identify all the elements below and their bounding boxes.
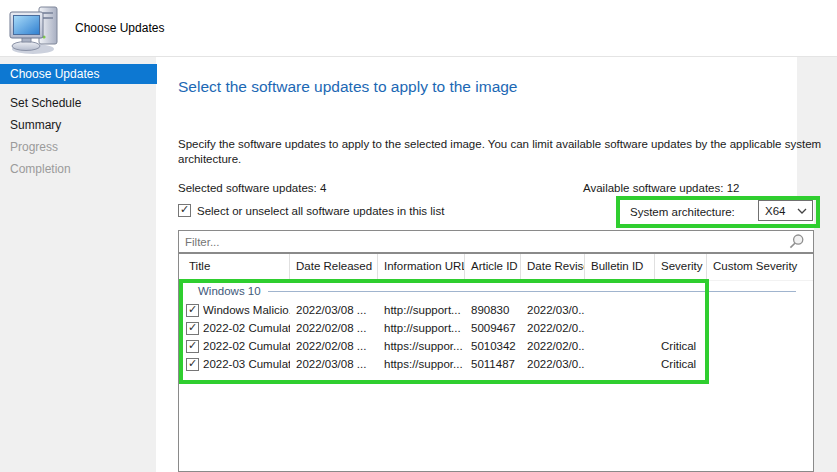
date-revised-cell: 2022/03/0... bbox=[521, 304, 585, 316]
table-row[interactable]: ✓ Windows Malicio... 2022/03/08 ... http… bbox=[179, 301, 813, 319]
date-released-cell: 2022/03/08 ... bbox=[290, 358, 378, 370]
checkmark-icon: ✓ bbox=[188, 322, 197, 334]
system-architecture-label: System architecture: bbox=[630, 206, 735, 218]
checkmark-icon: ✓ bbox=[188, 340, 197, 352]
computer-icon bbox=[8, 5, 62, 55]
background-gutter bbox=[814, 197, 837, 472]
information-url-cell: http://support... bbox=[378, 322, 465, 334]
sidebar-item-summary[interactable]: Summary bbox=[0, 115, 157, 135]
select-all-checkbox[interactable]: ✓ bbox=[178, 204, 191, 217]
severity-cell: Critical bbox=[655, 340, 707, 352]
sidebar-item-completion: Completion bbox=[0, 159, 157, 179]
system-architecture-value: X64 bbox=[765, 205, 785, 217]
wizard-title: Choose Updates bbox=[75, 21, 164, 35]
article-id-cell: 5009467 bbox=[465, 322, 521, 334]
sidebar-item-set-schedule[interactable]: Set Schedule bbox=[0, 93, 157, 113]
sidebar-item-choose-updates[interactable]: Choose Updates bbox=[0, 64, 157, 84]
column-header-custom-severity[interactable]: Custom Severity bbox=[707, 254, 813, 280]
date-released-cell: 2022/02/08 ... bbox=[290, 322, 378, 334]
date-revised-cell: 2022/02/0... bbox=[521, 340, 585, 352]
background-gutter bbox=[797, 57, 837, 197]
chevron-down-icon bbox=[797, 208, 807, 214]
sidebar-item-progress: Progress bbox=[0, 137, 157, 157]
group-header-windows-10[interactable]: Windows 10 bbox=[179, 281, 813, 301]
updates-table: Title Date Released Information URL Arti… bbox=[178, 253, 814, 472]
column-header-information-url[interactable]: Information URL bbox=[378, 254, 465, 280]
table-row[interactable]: ✓ 2022-03 Cumulat... 2022/03/08 ... http… bbox=[179, 355, 813, 373]
system-architecture-select[interactable]: X64 bbox=[758, 200, 813, 221]
select-all-row: ✓ Select or unselect all software update… bbox=[178, 204, 444, 217]
date-released-cell: 2022/03/08 ... bbox=[290, 304, 378, 316]
filter-input[interactable] bbox=[179, 236, 788, 248]
information-url-cell: https://suppor... bbox=[378, 340, 465, 352]
selected-updates-count: Selected software updates: 4 bbox=[178, 182, 326, 194]
article-id-cell: 5010342 bbox=[465, 340, 521, 352]
group-label: Windows 10 bbox=[198, 285, 261, 297]
column-header-severity[interactable]: Severity bbox=[655, 254, 707, 280]
table-header: Title Date Released Information URL Arti… bbox=[179, 254, 813, 281]
date-revised-cell: 2022/02/0... bbox=[521, 322, 585, 334]
update-title: Windows Malicio... bbox=[203, 304, 290, 316]
page-title: Select the software updates to apply to … bbox=[178, 78, 518, 96]
update-title: 2022-02 Cumulat... bbox=[203, 322, 290, 334]
information-url-cell: http://support... bbox=[378, 304, 465, 316]
update-title: 2022-03 Cumulat... bbox=[203, 358, 290, 370]
column-header-date-revised[interactable]: Date Revised bbox=[521, 254, 585, 280]
group-divider-line bbox=[268, 291, 796, 292]
filter-box bbox=[178, 230, 814, 253]
wizard-steps-sidebar: Choose Updates Set Schedule Summary Prog… bbox=[0, 57, 156, 472]
available-updates-count: Available software updates: 12 bbox=[583, 182, 739, 194]
row-checkbox[interactable]: ✓ bbox=[186, 358, 199, 371]
choose-updates-wizard: Choose Updates Choose Updates Set Schedu… bbox=[0, 0, 837, 472]
column-header-bulletin-id[interactable]: Bulletin ID bbox=[585, 254, 655, 280]
article-id-cell: 5011487 bbox=[465, 358, 521, 370]
checkmark-icon: ✓ bbox=[188, 358, 197, 370]
checkmark-icon: ✓ bbox=[180, 203, 189, 216]
update-title: 2022-02 Cumulat... bbox=[203, 340, 290, 352]
row-checkbox[interactable]: ✓ bbox=[186, 304, 199, 317]
table-row[interactable]: ✓ 2022-02 Cumulat... 2022/02/08 ... http… bbox=[179, 319, 813, 337]
row-checkbox[interactable]: ✓ bbox=[186, 322, 199, 335]
select-all-label: Select or unselect all software updates … bbox=[197, 205, 444, 217]
column-header-article-id[interactable]: Article ID bbox=[465, 254, 521, 280]
checkmark-icon: ✓ bbox=[188, 304, 197, 316]
column-header-date-released[interactable]: Date Released bbox=[290, 254, 378, 280]
article-id-cell: 890830 bbox=[465, 304, 521, 316]
date-released-cell: 2022/02/08 ... bbox=[290, 340, 378, 352]
severity-cell: Critical bbox=[655, 358, 707, 370]
date-revised-cell: 2022/03/0... bbox=[521, 358, 585, 370]
search-icon bbox=[788, 233, 805, 250]
information-url-cell: https://suppor... bbox=[378, 358, 465, 370]
table-row[interactable]: ✓ 2022-02 Cumulat... 2022/02/08 ... http… bbox=[179, 337, 813, 355]
page-description: Specify the software updates to apply to… bbox=[178, 137, 826, 167]
column-header-title[interactable]: Title bbox=[179, 254, 290, 280]
row-checkbox[interactable]: ✓ bbox=[186, 340, 199, 353]
